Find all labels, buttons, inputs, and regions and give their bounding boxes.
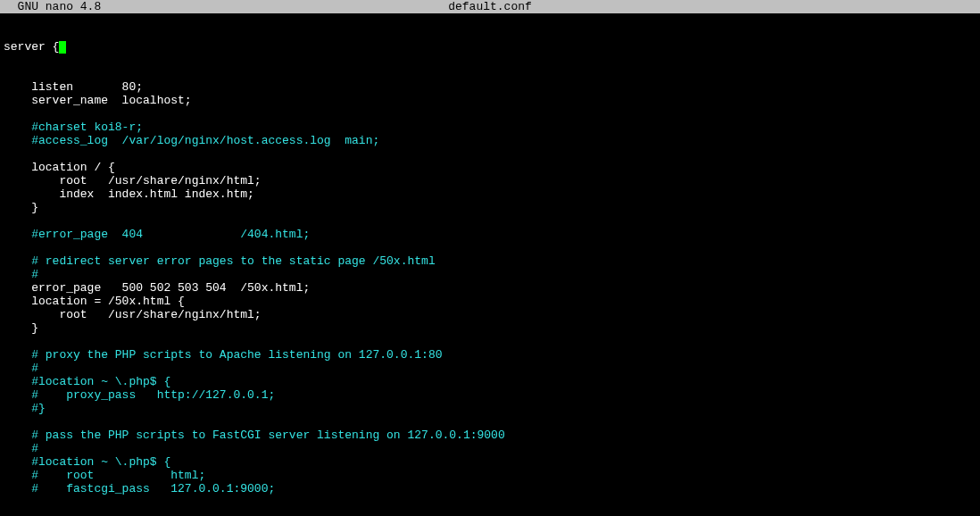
- editor-line: index index.html index.htm;: [4, 187, 976, 201]
- editor-line: [4, 107, 976, 121]
- editor-line: server_name localhost;: [4, 94, 976, 107]
- editor-line: listen 80;: [4, 80, 976, 94]
- editor-line: server {: [4, 40, 976, 54]
- editor-line: [4, 214, 976, 228]
- editor-line: #: [4, 442, 976, 455]
- editor-line: #location ~ \.php$ {: [4, 375, 976, 388]
- editor-line: }: [4, 321, 976, 335]
- status-bar: [ Read 45 lines ]: [0, 509, 980, 516]
- editor-line: #location ~ \.php$ {: [4, 455, 976, 469]
- editor-line: # pass the PHP scripts to FastCGI server…: [4, 429, 976, 442]
- editor-line: [4, 335, 976, 348]
- editor-line: # fastcgi_pass 127.0.0.1:9000;: [4, 482, 976, 495]
- editor-line: #: [4, 268, 976, 281]
- editor-line: root /usr/share/nginx/html;: [4, 308, 976, 321]
- editor-line: # proxy the PHP scripts to Apache listen…: [4, 348, 976, 362]
- editor-line: #: [4, 362, 976, 375]
- editor-line: location / {: [4, 161, 976, 174]
- editor-area[interactable]: server { listen 80; server_name localhos…: [0, 13, 980, 509]
- editor-line: # root html;: [4, 469, 976, 482]
- editor-line: [4, 147, 976, 161]
- editor-line: # proxy_pass http://127.0.0.1;: [4, 388, 976, 402]
- app-version: GNU nano 4.8: [4, 0, 101, 13]
- cursor: [59, 41, 66, 54]
- editor-line: }: [4, 201, 976, 214]
- editor-line: # redirect server error pages to the sta…: [4, 254, 976, 268]
- editor-line: root /usr/share/nginx/html;: [4, 174, 976, 187]
- editor-line: #}: [4, 402, 976, 415]
- titlebar: GNU nano 4.8 default.conf GNU nano 4.8: [0, 0, 980, 13]
- editor-line: #error_page 404 /404.html;: [4, 228, 976, 241]
- editor-line: #access_log /var/log/nginx/host.access.l…: [4, 134, 976, 147]
- editor-line: #charset koi8-r;: [4, 121, 976, 134]
- editor-line: [4, 415, 976, 429]
- editor-line: [4, 241, 976, 254]
- editor-line: error_page 500 502 503 504 /50x.html;: [4, 281, 976, 295]
- filename: default.conf: [101, 0, 879, 13]
- editor-line: location = /50x.html {: [4, 295, 976, 308]
